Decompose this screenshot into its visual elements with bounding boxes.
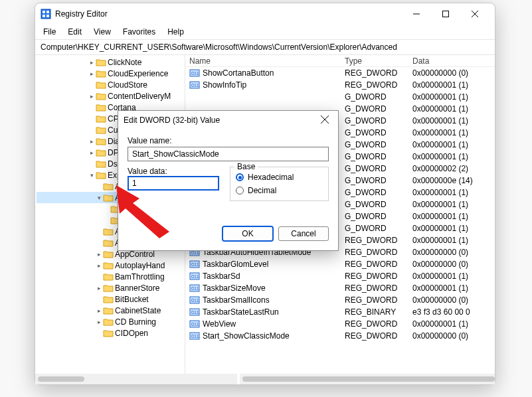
tree-item[interactable]: ▸ContentDeliveryM bbox=[37, 90, 185, 102]
value-type: REG_DWORD bbox=[345, 80, 412, 90]
value-name: WebView bbox=[203, 319, 236, 329]
value-name: ShowCortanaButton bbox=[203, 68, 274, 78]
value-data: e3 f3 d3 60 00 0 bbox=[412, 307, 495, 317]
list-row[interactable]: G_DWORD0x00000001 (1) bbox=[185, 91, 495, 103]
value-type: REG_DWORD bbox=[345, 319, 412, 329]
value-data: 0x00000001 (1) bbox=[412, 236, 495, 245]
folder-icon bbox=[96, 69, 106, 78]
chevron-icon[interactable]: ▸ bbox=[95, 319, 103, 325]
list-row[interactable]: 011TaskbarStateLastRunREG_BINARYe3 f3 d3… bbox=[185, 306, 495, 318]
value-data: 0x00000001 (1) bbox=[412, 80, 495, 90]
tree-item[interactable]: ▸CD Burning bbox=[37, 316, 185, 327]
list-row[interactable]: 011TaskbarGlomLevelREG_DWORD0x00000000 (… bbox=[185, 258, 495, 270]
value-data: 0x00000001 (1) bbox=[412, 140, 495, 149]
chevron-icon[interactable]: ▸ bbox=[88, 93, 96, 100]
tree-item[interactable]: CIDOpen bbox=[37, 327, 185, 339]
value-data: 0x00000000 (0) bbox=[412, 295, 495, 305]
maximize-button[interactable] bbox=[431, 3, 460, 25]
radio-icon bbox=[236, 173, 244, 181]
value-name: TaskbarSizeMove bbox=[203, 283, 266, 293]
value-type: G_DWORD bbox=[345, 128, 412, 137]
folder-icon bbox=[96, 159, 106, 169]
value-data-input[interactable] bbox=[128, 176, 219, 191]
value-type: G_DWORD bbox=[345, 176, 412, 185]
tree-item[interactable]: ▸AutoplayHand bbox=[37, 260, 185, 271]
tree-item[interactable]: ▸ClickNote bbox=[37, 56, 185, 68]
chevron-icon[interactable]: ▸ bbox=[95, 285, 103, 291]
reg-value-icon: 011 bbox=[189, 295, 200, 305]
list-row[interactable]: 011Start_ShowClassicModeREG_DWORD0x00000… bbox=[185, 330, 495, 342]
reg-value-icon: 011 bbox=[189, 331, 200, 341]
tree-item[interactable]: BitBucket bbox=[37, 293, 185, 305]
chevron-icon[interactable]: ▸ bbox=[95, 251, 103, 258]
radio-decimal[interactable]: Decimal bbox=[236, 186, 323, 195]
tree-item-label: CD Burning bbox=[114, 317, 156, 327]
list-hscroll[interactable] bbox=[240, 374, 495, 384]
scroll-area bbox=[35, 374, 495, 384]
svg-rect-3 bbox=[43, 15, 45, 17]
tree-item-label: CabinetState bbox=[114, 306, 161, 315]
column-name[interactable]: Name bbox=[185, 56, 345, 66]
tree-hscroll[interactable] bbox=[35, 374, 237, 384]
chevron-icon[interactable]: ▾ bbox=[95, 195, 103, 201]
value-type: G_DWORD bbox=[345, 224, 412, 233]
value-name-input[interactable] bbox=[128, 147, 329, 161]
list-row[interactable]: 011TaskbarSizeMoveREG_DWORD0x00000001 (1… bbox=[185, 282, 495, 294]
value-data: 0x00000001 (1) bbox=[412, 212, 495, 221]
cancel-button[interactable]: Cancel bbox=[278, 226, 329, 241]
tree-item-label: ContentDeliveryM bbox=[106, 92, 171, 101]
tree-item-label: BamThrottling bbox=[114, 272, 165, 281]
menu-bar: File Edit View Favorites Help bbox=[35, 25, 495, 39]
value-data: 0x00000000 (0) bbox=[412, 68, 495, 78]
column-type[interactable]: Type bbox=[345, 56, 412, 66]
tree-item[interactable]: BamThrottling bbox=[37, 271, 185, 282]
tree-item[interactable]: ▸CloudExperience bbox=[37, 68, 185, 79]
radio-hexadecimal[interactable]: Hexadecimal bbox=[236, 173, 323, 182]
list-row[interactable]: 011ShowInfoTipREG_DWORD0x00000001 (1) bbox=[185, 79, 495, 91]
menu-view[interactable]: View bbox=[88, 26, 116, 38]
tree-item-label: CloudStore bbox=[106, 80, 147, 90]
list-row[interactable]: 011TaskbarSdREG_DWORD0x00000001 (1) bbox=[185, 270, 495, 282]
reg-value-icon: 011 bbox=[189, 319, 200, 329]
menu-file[interactable]: File bbox=[38, 26, 61, 38]
chevron-icon[interactable]: ▸ bbox=[88, 138, 96, 145]
value-data: 0x00000001 (1) bbox=[412, 200, 495, 209]
value-data: 0x00000001 (1) bbox=[412, 92, 495, 102]
radio-icon bbox=[236, 187, 244, 195]
tree-item-label: ClickNote bbox=[106, 58, 141, 67]
svg-text:011: 011 bbox=[191, 83, 199, 88]
value-type: REG_BINARY bbox=[345, 307, 412, 317]
list-row[interactable]: 011ShowCortanaButtonREG_DWORD0x00000000 … bbox=[185, 67, 495, 79]
svg-rect-6 bbox=[443, 11, 449, 17]
dialog-close-button[interactable] bbox=[317, 115, 333, 125]
chevron-icon[interactable]: ▾ bbox=[88, 172, 96, 179]
folder-icon bbox=[103, 306, 114, 315]
chevron-icon[interactable]: ▸ bbox=[88, 59, 96, 66]
minimize-button[interactable] bbox=[402, 3, 431, 25]
value-type: REG_DWORD bbox=[345, 68, 412, 78]
address-bar[interactable]: Computer\HKEY_CURRENT_USER\Software\Micr… bbox=[35, 39, 495, 55]
tree-item[interactable]: ▸BannerStore bbox=[37, 282, 185, 293]
chevron-icon[interactable]: ▸ bbox=[95, 262, 103, 269]
title-bar: Registry Editor bbox=[35, 3, 495, 25]
tree-item[interactable]: CloudStore bbox=[37, 79, 185, 90]
menu-favorites[interactable]: Favorites bbox=[118, 26, 161, 38]
tree-item[interactable]: ▸CabinetState bbox=[37, 305, 185, 316]
value-type: REG_DWORD bbox=[345, 283, 412, 293]
tree-item-label: BitBucket bbox=[114, 295, 149, 304]
svg-text:011: 011 bbox=[191, 298, 199, 303]
list-row[interactable]: 011TaskbarSmallIconsREG_DWORD0x00000000 … bbox=[185, 294, 495, 306]
column-data[interactable]: Data bbox=[412, 56, 495, 66]
tree-item-label: CloudExperience bbox=[106, 69, 168, 78]
value-name: TaskbarGlomLevel bbox=[203, 260, 268, 269]
ok-button[interactable]: OK bbox=[222, 226, 273, 241]
list-row[interactable]: 011WebViewREG_DWORD0x00000001 (1) bbox=[185, 318, 495, 330]
svg-text:011: 011 bbox=[191, 262, 199, 267]
base-legend: Base bbox=[234, 162, 258, 171]
chevron-icon[interactable]: ▸ bbox=[88, 70, 96, 77]
chevron-icon[interactable]: ▸ bbox=[88, 149, 96, 156]
close-button[interactable] bbox=[460, 3, 489, 25]
chevron-icon[interactable]: ▸ bbox=[95, 307, 103, 314]
menu-help[interactable]: Help bbox=[162, 26, 189, 38]
menu-edit[interactable]: Edit bbox=[62, 26, 87, 38]
